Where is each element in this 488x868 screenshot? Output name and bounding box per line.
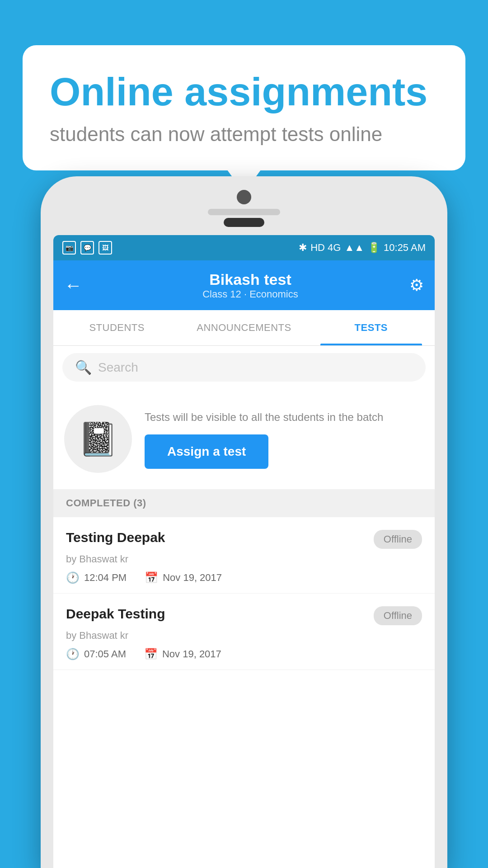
- clock-icon: 🕐: [66, 571, 80, 584]
- test-status-badge: Offline: [374, 530, 422, 549]
- signal-icon: ▲▲: [344, 242, 364, 254]
- test-meta: 🕐 12:04 PM 📅 Nov 19, 2017: [66, 571, 422, 584]
- test-author: by Bhaswat kr: [66, 630, 422, 642]
- test-time: 🕐 07:05 AM: [66, 648, 126, 660]
- status-bar: 📷 💬 🖼 ✱ HD 4G ▲▲ 🔋 10:25 AM: [53, 235, 435, 260]
- phone-screen: 📷 💬 🖼 ✱ HD 4G ▲▲ 🔋 10:25 AM ← Bikash tes…: [53, 235, 435, 868]
- test-meta: 🕐 07:05 AM 📅 Nov 19, 2017: [66, 648, 422, 660]
- phone-top: [53, 190, 435, 227]
- clock-icon: 🕐: [66, 648, 80, 660]
- gallery-icon: 🖼: [99, 241, 112, 255]
- notebook-icon: 📓: [78, 420, 118, 458]
- test-item-header: Deepak Testing Offline: [66, 606, 422, 625]
- test-status-badge: Offline: [374, 606, 422, 625]
- phone-frame: 📷 💬 🖼 ✱ HD 4G ▲▲ 🔋 10:25 AM ← Bikash tes…: [41, 176, 447, 868]
- test-author: by Bhaswat kr: [66, 553, 422, 565]
- back-button[interactable]: ←: [64, 275, 82, 296]
- assign-test-button[interactable]: Assign a test: [145, 434, 268, 469]
- bluetooth-icon: ✱: [299, 242, 307, 254]
- test-time: 🕐 12:04 PM: [66, 571, 127, 584]
- phone-speaker: [208, 209, 280, 215]
- whatsapp-icon: 💬: [80, 241, 94, 255]
- test-item: Deepak Testing Offline by Bhaswat kr 🕐 0…: [53, 594, 435, 670]
- test-name: Testing Deepak: [66, 530, 165, 545]
- tabs: STUDENTS ANNOUNCEMENTS TESTS: [53, 310, 435, 346]
- tab-students[interactable]: STUDENTS: [53, 310, 180, 345]
- network-label: HD 4G: [310, 242, 341, 254]
- app-bar: ← Bikash test Class 12 · Economics ⚙: [53, 260, 435, 310]
- search-placeholder: Search: [98, 360, 138, 375]
- status-right: ✱ HD 4G ▲▲ 🔋 10:25 AM: [299, 242, 426, 254]
- app-bar-title: Bikash test: [91, 271, 409, 288]
- battery-icon: 🔋: [368, 242, 380, 254]
- speech-bubble: Online assignments students can now atte…: [23, 45, 465, 170]
- app-bar-title-group: Bikash test Class 12 · Economics: [91, 271, 409, 300]
- test-date-value: Nov 19, 2017: [163, 572, 222, 584]
- calendar-icon: 📅: [144, 648, 158, 660]
- tab-announcements[interactable]: ANNOUNCEMENTS: [180, 310, 307, 345]
- bubble-subtitle: students can now attempt tests online: [50, 123, 438, 146]
- settings-button[interactable]: ⚙: [409, 276, 424, 295]
- assign-description: Tests will be visible to all the student…: [145, 409, 424, 425]
- bubble-title: Online assignments: [50, 70, 438, 114]
- test-time-value: 07:05 AM: [84, 648, 126, 660]
- assign-right: Tests will be visible to all the student…: [145, 409, 424, 469]
- app1-icon: 📷: [62, 241, 76, 255]
- tab-tests[interactable]: TESTS: [308, 310, 435, 345]
- phone-camera: [237, 190, 251, 204]
- calendar-icon: 📅: [145, 571, 158, 584]
- notebook-icon-wrap: 📓: [64, 405, 132, 473]
- search-container: 🔍 Search: [53, 346, 435, 389]
- completed-header: COMPLETED (3): [53, 489, 435, 517]
- search-bar[interactable]: 🔍 Search: [62, 353, 426, 382]
- search-icon: 🔍: [75, 359, 92, 375]
- test-date-value: Nov 19, 2017: [162, 648, 221, 660]
- assign-section: 📓 Tests will be visible to all the stude…: [53, 389, 435, 489]
- app-bar-subtitle: Class 12 · Economics: [91, 288, 409, 300]
- status-icons-left: 📷 💬 🖼: [62, 241, 112, 255]
- test-item-header: Testing Deepak Offline: [66, 530, 422, 549]
- time-label: 10:25 AM: [384, 242, 426, 254]
- test-name: Deepak Testing: [66, 606, 165, 622]
- phone-earpiece: [224, 218, 264, 227]
- test-date: 📅 Nov 19, 2017: [144, 648, 221, 660]
- test-time-value: 12:04 PM: [84, 572, 127, 584]
- test-item: Testing Deepak Offline by Bhaswat kr 🕐 1…: [53, 517, 435, 594]
- test-date: 📅 Nov 19, 2017: [145, 571, 222, 584]
